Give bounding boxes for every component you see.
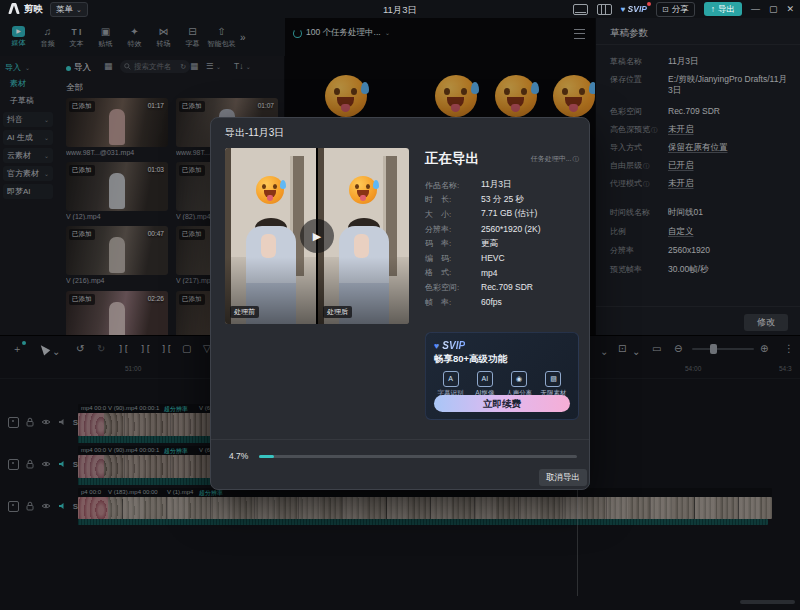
export-info: 作品名称:11月3日 时 长:53 分 25 秒 大 小:7.71 GB (估计… xyxy=(425,178,579,309)
app-name: 剪映 xyxy=(24,3,43,16)
svip-gem-icon: ♥ xyxy=(621,5,626,14)
chevron-down-icon: ⌄ xyxy=(76,6,82,13)
app-window: 剪映 菜单⌄ 11月3日 ♥ SVIP ⊡ 分享 ↑ 导出 — ▢ ✕ xyxy=(0,0,800,610)
export-status: 正在导出 任务处理中...ⓘ xyxy=(425,149,579,168)
renew-now-button[interactable]: 立即续费 xyxy=(434,395,570,412)
status-title: 正在导出 xyxy=(425,151,479,166)
progress-percent: 4.7% xyxy=(229,451,248,461)
svip-label: SVIP xyxy=(628,4,647,14)
svip-brand-label: SVIP xyxy=(442,340,465,351)
export-dialog: 导出-11月3日 处理前 处理后 ▶ 正在导出 任务处理中.. xyxy=(210,117,590,490)
vocal-separation-icon: ◉ xyxy=(511,371,527,387)
status-note[interactable]: 任务处理中...ⓘ xyxy=(531,154,579,164)
export-icon: ↑ xyxy=(711,2,715,16)
layout-columns-icon[interactable] xyxy=(597,4,612,15)
ai-cutout-icon: AI xyxy=(477,371,493,387)
share-label: 分享 xyxy=(672,3,689,16)
menu-button[interactable]: 菜单⌄ xyxy=(50,2,88,17)
window-close-button[interactable]: ✕ xyxy=(786,0,794,18)
titlebar: 剪映 菜单⌄ 11月3日 ♥ SVIP ⊡ 分享 ↑ 导出 — ▢ ✕ xyxy=(0,0,800,18)
after-label: 处理后 xyxy=(323,306,352,318)
window-minimize-button[interactable]: — xyxy=(751,0,760,18)
layout-single-icon[interactable] xyxy=(573,4,588,15)
svip-heart-icon: ♥ xyxy=(434,341,439,351)
svip-feature-ai-cutout[interactable]: AI AI抠像 xyxy=(468,371,501,398)
dialog-title: 导出-11月3日 xyxy=(225,126,284,140)
info-icon: ⓘ xyxy=(573,155,580,162)
svip-feature-vocal-separation[interactable]: ◉ 人声分离 xyxy=(503,371,536,398)
svip-promo-card: ♥ SVIP 畅享80+高级功能 A 字幕识别 AI AI抠像 ◉ 人声分离 xyxy=(425,332,579,420)
unlimited-assets-icon: ▨ xyxy=(545,371,561,387)
notification-dot xyxy=(647,2,651,6)
cancel-export-button[interactable]: 取消导出 xyxy=(539,469,587,486)
caption-recognition-icon: A xyxy=(443,371,459,387)
svip-headline: 畅享80+高级功能 xyxy=(434,353,570,366)
menu-label: 菜单 xyxy=(56,4,73,14)
window-maximize-button[interactable]: ▢ xyxy=(769,0,778,18)
progress-bar xyxy=(259,455,577,458)
svip-badge[interactable]: ♥ SVIP xyxy=(621,4,647,14)
app-logo-icon xyxy=(8,3,20,14)
svip-feature-captions[interactable]: A 字幕识别 xyxy=(434,371,467,398)
before-label: 处理前 xyxy=(230,306,259,318)
export-label: 导出 xyxy=(718,2,735,16)
export-button[interactable]: ↑ 导出 xyxy=(704,2,742,16)
share-button[interactable]: ⊡ 分享 xyxy=(656,2,695,17)
play-button[interactable]: ▶ xyxy=(300,219,334,253)
export-preview: 处理前 处理后 ▶ xyxy=(225,148,409,324)
progress-fill xyxy=(259,455,274,458)
share-icon: ⊡ xyxy=(662,3,669,16)
svip-feature-unlimited-assets[interactable]: ▨ 无限素材 xyxy=(537,371,570,398)
